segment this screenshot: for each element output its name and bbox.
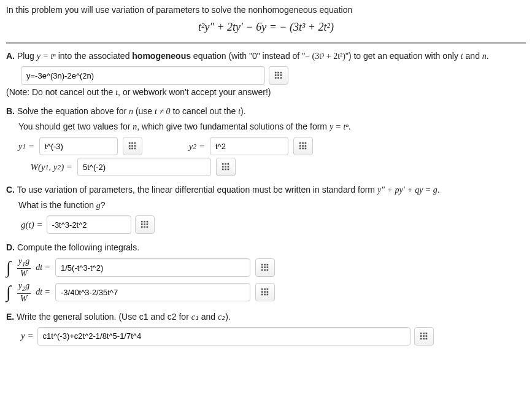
part-d-label: D. (6, 242, 15, 252)
svg-rect-18 (299, 142, 301, 144)
svg-rect-63 (420, 332, 422, 334)
svg-rect-30 (222, 166, 224, 168)
integral-1-input[interactable] (55, 258, 250, 277)
svg-rect-50 (267, 266, 269, 268)
svg-rect-52 (264, 269, 266, 271)
part-a-label: A. (6, 51, 15, 61)
y-label: y = (21, 331, 34, 341)
svg-rect-34 (225, 169, 226, 171)
svg-rect-39 (141, 223, 142, 225)
keypad-button[interactable] (123, 137, 142, 155)
svg-rect-5 (280, 74, 282, 76)
keypad-button[interactable] (293, 137, 313, 155)
intro-text: In this problem you will use variation o… (6, 5, 526, 15)
svg-rect-16 (131, 148, 133, 150)
svg-rect-26 (305, 148, 307, 150)
svg-rect-21 (299, 145, 301, 147)
integral-sign-icon: ∫ (6, 259, 11, 276)
integral-2-input[interactable] (55, 283, 250, 301)
keypad-button[interactable] (135, 215, 155, 234)
keypad-button[interactable] (269, 66, 288, 85)
svg-rect-51 (261, 269, 263, 271)
part-c: C. To use variation of parameters, the l… (6, 185, 526, 234)
svg-rect-20 (305, 142, 307, 144)
svg-rect-23 (305, 145, 307, 147)
svg-rect-8 (280, 77, 282, 79)
dt-eq: dt = (36, 263, 50, 272)
svg-rect-31 (225, 166, 226, 168)
svg-rect-14 (134, 145, 136, 147)
svg-rect-22 (302, 145, 304, 147)
svg-rect-69 (420, 338, 422, 339)
y1-label: y1 = (6, 141, 34, 152)
svg-rect-15 (129, 148, 131, 150)
svg-rect-47 (267, 264, 269, 266)
g-input[interactable] (47, 215, 131, 234)
part-e: E. Write the general solution. (Use c1 a… (6, 312, 526, 346)
svg-rect-46 (264, 264, 266, 266)
keypad-button[interactable] (255, 283, 275, 301)
svg-rect-70 (423, 338, 425, 339)
svg-rect-12 (129, 145, 131, 147)
svg-rect-27 (222, 163, 224, 165)
y2-input[interactable] (210, 137, 288, 155)
wronskian-input[interactable] (77, 158, 211, 176)
keypad-button[interactable] (216, 158, 236, 176)
svg-rect-2 (280, 72, 282, 74)
svg-rect-55 (264, 288, 266, 290)
svg-rect-71 (425, 338, 427, 339)
general-solution-input[interactable] (37, 327, 411, 346)
part-d: D. Compute the following integrals. ∫ y1… (6, 242, 526, 303)
svg-rect-56 (267, 288, 269, 290)
keypad-button[interactable] (255, 258, 275, 277)
svg-rect-44 (146, 226, 148, 228)
svg-rect-1 (277, 72, 279, 74)
g-label: g(t) = (21, 220, 43, 230)
integrand-2: y2g W (17, 282, 31, 303)
svg-rect-7 (277, 77, 279, 79)
svg-rect-32 (228, 166, 229, 168)
main-equation: t²y″ + 2ty′ − 6y = − (3t³ + 2t²) (6, 21, 526, 34)
svg-rect-36 (141, 221, 142, 223)
integral-sign-icon: ∫ (6, 284, 11, 301)
svg-rect-57 (261, 292, 263, 293)
svg-rect-10 (131, 142, 133, 144)
svg-rect-13 (131, 145, 133, 147)
svg-rect-33 (222, 169, 224, 171)
y2-label: y2 = (177, 141, 205, 152)
svg-rect-60 (261, 294, 263, 296)
part-a-input[interactable] (21, 66, 265, 85)
part-b-label: B. (6, 106, 15, 116)
keypad-button[interactable] (414, 327, 434, 346)
svg-rect-17 (134, 148, 136, 150)
wronskian-label: W(y1, y2) = (13, 162, 72, 172)
dt-eq: dt = (36, 287, 50, 297)
svg-rect-28 (225, 163, 226, 165)
svg-rect-24 (299, 148, 301, 150)
divider (6, 42, 526, 44)
svg-rect-41 (146, 223, 148, 225)
svg-rect-53 (267, 269, 269, 271)
svg-rect-37 (144, 221, 145, 223)
svg-rect-62 (267, 294, 269, 296)
part-a-note: (Note: Do not cancel out the t, or webwo… (6, 87, 526, 98)
svg-rect-68 (425, 335, 427, 337)
svg-rect-64 (423, 332, 425, 334)
svg-rect-25 (302, 148, 304, 150)
svg-rect-4 (277, 74, 279, 76)
svg-rect-6 (275, 77, 277, 79)
part-c-label: C. (6, 185, 15, 195)
svg-rect-19 (302, 142, 304, 144)
part-a: A. Plug y = tⁿ into the associated homog… (6, 51, 526, 98)
y1-input[interactable] (39, 137, 118, 155)
svg-rect-66 (420, 335, 422, 337)
svg-rect-29 (228, 163, 229, 165)
svg-rect-38 (146, 221, 148, 223)
svg-rect-67 (423, 335, 425, 337)
part-e-label: E. (6, 312, 14, 322)
svg-rect-0 (275, 72, 277, 74)
svg-rect-3 (275, 74, 277, 76)
svg-rect-42 (141, 226, 142, 228)
svg-rect-40 (144, 223, 145, 225)
svg-rect-35 (228, 169, 229, 171)
